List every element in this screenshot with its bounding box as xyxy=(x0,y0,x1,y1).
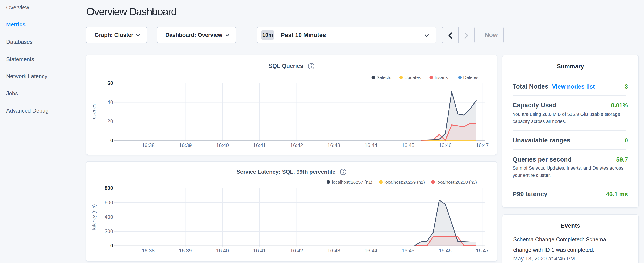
svg-text:16:41: 16:41 xyxy=(253,248,266,253)
svg-text:16:46: 16:46 xyxy=(439,248,452,253)
svg-text:Updates: Updates xyxy=(404,75,421,80)
svg-text:16:42: 16:42 xyxy=(290,142,303,148)
svg-text:16:43: 16:43 xyxy=(328,142,340,148)
svg-text:16:47: 16:47 xyxy=(476,142,488,148)
svg-text:latency (ms): latency (ms) xyxy=(91,204,96,230)
svg-text:16:41: 16:41 xyxy=(253,142,266,148)
svg-text:20: 20 xyxy=(107,118,113,124)
svg-text:200: 200 xyxy=(104,228,113,234)
svg-text:400: 400 xyxy=(104,214,113,220)
svg-text:16:38: 16:38 xyxy=(142,248,154,253)
svg-text:16:40: 16:40 xyxy=(216,142,229,148)
svg-text:16:45: 16:45 xyxy=(402,142,414,148)
svg-text:16:40: 16:40 xyxy=(216,248,229,253)
svg-text:16:47: 16:47 xyxy=(476,248,488,253)
svg-text:16:44: 16:44 xyxy=(365,248,378,253)
svg-text:16:42: 16:42 xyxy=(290,248,303,253)
svg-text:Selects: Selects xyxy=(376,75,391,80)
svg-text:800: 800 xyxy=(104,185,113,191)
svg-text:16:38: 16:38 xyxy=(142,142,154,148)
svg-text:localhost:26257 (n1): localhost:26257 (n1) xyxy=(332,180,372,184)
svg-text:Inserts: Inserts xyxy=(434,75,448,80)
svg-text:16:39: 16:39 xyxy=(179,142,192,148)
svg-text:16:46: 16:46 xyxy=(439,142,452,148)
svg-text:40: 40 xyxy=(107,99,113,105)
svg-text:Deletes: Deletes xyxy=(463,75,478,80)
svg-text:16:45: 16:45 xyxy=(402,248,414,253)
svg-text:localhost:26259 (n2): localhost:26259 (n2) xyxy=(384,180,425,184)
svg-text:16:44: 16:44 xyxy=(365,142,378,148)
svg-text:600: 600 xyxy=(104,200,113,205)
svg-text:16:39: 16:39 xyxy=(179,248,192,253)
svg-text:16:43: 16:43 xyxy=(328,248,340,253)
svg-text:60: 60 xyxy=(107,80,113,86)
svg-text:0: 0 xyxy=(110,137,113,143)
svg-text:queries: queries xyxy=(91,104,96,119)
svg-text:localhost:26258 (n3): localhost:26258 (n3) xyxy=(436,180,477,184)
svg-text:0: 0 xyxy=(110,243,113,248)
